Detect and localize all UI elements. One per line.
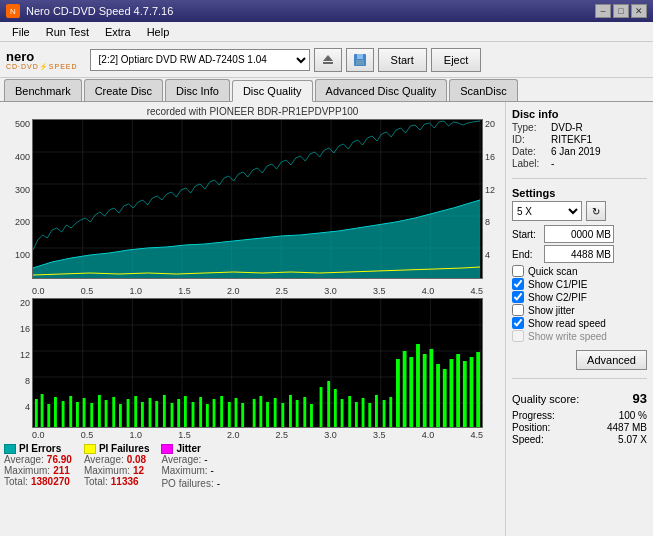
svg-rect-45 <box>127 399 130 427</box>
quick-scan-checkbox[interactable] <box>512 265 524 277</box>
advanced-button[interactable]: Advanced <box>576 350 647 370</box>
chart-bottom <box>32 298 483 428</box>
svg-rect-90 <box>362 398 365 427</box>
svg-rect-34 <box>47 404 50 427</box>
bottom-chart-svg <box>33 299 482 428</box>
eject-icon <box>320 52 336 68</box>
svg-rect-39 <box>83 398 86 427</box>
svg-rect-57 <box>213 399 216 427</box>
svg-rect-89 <box>355 402 358 427</box>
top-chart-svg <box>33 120 482 279</box>
svg-rect-75 <box>463 361 467 427</box>
svg-rect-77 <box>476 352 480 427</box>
show-c2pif-checkbox[interactable] <box>512 291 524 303</box>
show-jitter-checkbox[interactable] <box>512 304 524 316</box>
show-write-speed-checkbox[interactable] <box>512 330 524 342</box>
right-panel: Disc info Type: DVD-R ID: RITEKF1 Date: … <box>505 102 653 536</box>
chart-title: recorded with PIONEER BDR-PR1EPDVPP100 <box>4 106 501 117</box>
legend-pi-failures: PI Failures Average: 0.08 Maximum: 12 To… <box>84 443 150 489</box>
tab-create-disc[interactable]: Create Disc <box>84 79 163 101</box>
settings-section: Settings 5 X ↻ Start: End: Quick scan <box>512 187 647 370</box>
drive-select[interactable]: [2:2] Optiarc DVD RW AD-7240S 1.04 <box>90 49 310 71</box>
refresh-button[interactable]: ↻ <box>586 201 606 221</box>
svg-rect-80 <box>266 402 269 427</box>
nero-logo: nero CD·DVD⚡SPEED <box>6 50 78 70</box>
svg-rect-88 <box>348 396 351 427</box>
start-input[interactable] <box>544 225 614 243</box>
svg-rect-92 <box>375 395 378 427</box>
menu-extra[interactable]: Extra <box>97 24 139 40</box>
app-icon: N <box>6 4 20 18</box>
pi-errors-color <box>4 444 16 454</box>
svg-rect-54 <box>192 402 195 427</box>
maximize-button[interactable]: □ <box>613 4 629 18</box>
tab-advanced-disc-quality[interactable]: Advanced Disc Quality <box>315 79 448 101</box>
svg-rect-73 <box>450 359 454 427</box>
svg-rect-42 <box>105 400 108 427</box>
svg-rect-48 <box>149 398 152 427</box>
minimize-button[interactable]: – <box>595 4 611 18</box>
svg-rect-76 <box>470 357 474 427</box>
svg-rect-36 <box>62 401 65 427</box>
svg-rect-67 <box>409 357 413 427</box>
show-c1pie-checkbox[interactable] <box>512 278 524 290</box>
svg-rect-86 <box>310 404 313 427</box>
svg-rect-35 <box>54 397 57 427</box>
svg-rect-47 <box>141 402 144 427</box>
tab-disc-quality[interactable]: Disc Quality <box>232 80 313 102</box>
menu-run-test[interactable]: Run Test <box>38 24 97 40</box>
speed-select[interactable]: 5 X <box>512 201 582 221</box>
tab-scan-disc[interactable]: ScanDisc <box>449 79 517 101</box>
divider-2 <box>512 378 647 379</box>
svg-rect-49 <box>155 401 158 427</box>
svg-rect-59 <box>228 402 231 427</box>
svg-rect-46 <box>134 396 137 427</box>
svg-rect-56 <box>206 404 209 427</box>
svg-rect-78 <box>253 399 256 427</box>
svg-rect-74 <box>456 354 460 427</box>
svg-rect-62 <box>320 387 323 427</box>
svg-rect-64 <box>334 389 337 427</box>
svg-rect-84 <box>296 400 299 427</box>
svg-rect-68 <box>416 344 420 427</box>
start-button[interactable]: Start <box>378 48 427 72</box>
eject-button[interactable] <box>314 48 342 72</box>
svg-rect-61 <box>241 403 244 427</box>
svg-rect-83 <box>289 395 292 427</box>
svg-rect-4 <box>356 60 364 65</box>
end-input[interactable] <box>544 245 614 263</box>
svg-rect-66 <box>403 351 407 427</box>
show-read-speed-row: Show read speed <box>512 317 647 329</box>
menu-file[interactable]: File <box>4 24 38 40</box>
svg-rect-79 <box>259 396 262 427</box>
svg-rect-72 <box>443 369 447 427</box>
svg-rect-32 <box>35 399 38 427</box>
tab-benchmark[interactable]: Benchmark <box>4 79 82 101</box>
divider-1 <box>512 178 647 179</box>
close-button[interactable]: ✕ <box>631 4 647 18</box>
save-button[interactable] <box>346 48 374 72</box>
quick-scan-row: Quick scan <box>512 265 647 277</box>
quality-score-row: Quality score: 93 <box>512 391 647 406</box>
svg-rect-40 <box>90 403 93 427</box>
svg-rect-55 <box>199 397 202 427</box>
pi-failures-color <box>84 444 96 454</box>
jitter-color <box>161 444 173 454</box>
eject-disc-button[interactable]: Eject <box>431 48 481 72</box>
svg-rect-50 <box>163 395 166 427</box>
svg-rect-1 <box>323 62 333 64</box>
show-jitter-row: Show jitter <box>512 304 647 316</box>
chart-area: recorded with PIONEER BDR-PR1EPDVPP100 5… <box>0 102 505 536</box>
menu-bar: File Run Test Extra Help <box>0 22 653 42</box>
tab-disc-info[interactable]: Disc Info <box>165 79 230 101</box>
legend-jitter: Jitter Average: - Maximum: - PO failures… <box>161 443 220 489</box>
show-read-speed-checkbox[interactable] <box>512 317 524 329</box>
svg-rect-51 <box>171 403 174 427</box>
svg-rect-69 <box>423 354 427 427</box>
toolbar: nero CD·DVD⚡SPEED [2:2] Optiarc DVD RW A… <box>0 42 653 78</box>
menu-help[interactable]: Help <box>139 24 178 40</box>
svg-rect-44 <box>119 404 122 427</box>
svg-rect-85 <box>303 397 306 427</box>
svg-rect-65 <box>396 359 400 427</box>
svg-rect-3 <box>357 54 363 59</box>
